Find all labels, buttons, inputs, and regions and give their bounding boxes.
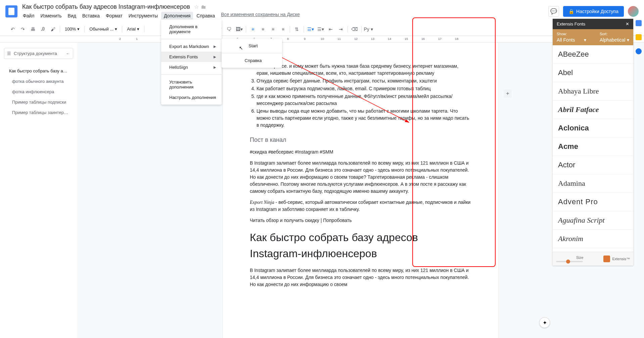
extensis-help-item[interactable]: Справка xyxy=(222,55,282,66)
font-item[interactable]: Abel xyxy=(553,64,633,82)
share-label: Настройки Доступа xyxy=(576,9,618,14)
font-item[interactable]: Abhaya Libre xyxy=(553,82,633,101)
image-button[interactable]: 🖼▾ xyxy=(234,24,244,34)
menu-insert[interactable]: Вставка xyxy=(80,12,102,20)
align-right-button[interactable]: ≡ xyxy=(268,24,278,34)
addons-in-doc-item[interactable]: Дополнения в документе xyxy=(161,21,222,37)
document-title[interactable]: Как быстро собрать базу адресов Instagra… xyxy=(20,3,192,11)
font-item[interactable]: Acme xyxy=(553,137,633,156)
outline-item[interactable]: Пример таблицы заинтересо... xyxy=(4,107,73,118)
outline-header[interactable]: ☰ Структура документа ← xyxy=(4,48,73,59)
share-button[interactable]: 🔒 Настройки Доступа xyxy=(563,6,624,17)
sort-filter-select[interactable]: Alphabetical▾ xyxy=(600,37,629,43)
size-slider[interactable] xyxy=(556,261,583,262)
menu-edit[interactable]: Изменить xyxy=(38,12,64,20)
docs-logo-icon[interactable] xyxy=(5,5,17,17)
configure-addons-item[interactable]: Настроить дополнения xyxy=(161,92,222,103)
tasks-icon[interactable] xyxy=(636,48,642,54)
menubar: Файл Изменить Вид Вставка Формат Инструм… xyxy=(20,12,548,20)
menu-help[interactable]: Справка xyxy=(194,12,218,20)
paragraph[interactable]: В Instagram залипает более миллиарда пол… xyxy=(250,267,471,288)
line-spacing-button[interactable]: ⇅ xyxy=(292,24,302,34)
addons-dropdown: Дополнения в документе Export as Markdow… xyxy=(161,19,222,105)
spellcheck-button[interactable]: Ꭿ xyxy=(38,24,48,34)
print-button[interactable]: 🖶 xyxy=(28,24,38,34)
align-center-button[interactable]: ≡ xyxy=(258,24,268,34)
extensis-brand-icon xyxy=(603,256,610,262)
input-tools-button[interactable]: Ру ▾ xyxy=(364,24,373,34)
page[interactable]: + ько о сервисе. и кому может быть нужна… xyxy=(223,43,498,338)
hellosign-item[interactable]: HelloSign▶ xyxy=(161,62,222,72)
menu-file[interactable]: Файл xyxy=(20,12,37,20)
bulleted-list-button[interactable]: ☰▾ xyxy=(316,24,325,34)
font-item[interactable]: Actor xyxy=(553,156,633,174)
list-item[interactable]: ько о сервисе. и кому может быть нужна т… xyxy=(257,63,471,77)
menu-view[interactable]: Вид xyxy=(65,12,79,20)
font-item[interactable]: Adamina xyxy=(553,174,633,193)
paragraph[interactable]: #скидка #вебсервис #Instagram #SMM xyxy=(250,149,471,156)
save-status[interactable]: Все изменения сохранены на Диске xyxy=(221,12,300,20)
extensis-start-item[interactable]: Start xyxy=(222,41,282,51)
calendar-icon[interactable] xyxy=(636,20,642,26)
paint-format-button[interactable]: 🖌 xyxy=(48,24,58,34)
sort-filter-label: Sort: xyxy=(600,32,629,36)
ruler[interactable]: 2 1 1 2 3 4 5 6 7 8 9 10 11 12 13 14 15 … xyxy=(0,36,644,43)
font-item[interactable]: Aclonica xyxy=(553,119,633,137)
list-item[interactable]: где и как можно применить полученные дан… xyxy=(257,93,471,107)
list-item[interactable]: Откуда сервис берет данные. Профиль инст… xyxy=(257,77,471,84)
style-select[interactable]: Обычный ... ▾ xyxy=(87,25,120,33)
numbered-list-button[interactable]: ☰▾ xyxy=(306,24,315,34)
keep-icon[interactable] xyxy=(636,34,642,40)
toolbar: ↶ ↷ 🖶 Ꭿ 🖌 100% ▾ Обычный ... ▾ Arial ▾ 🔗… xyxy=(0,22,644,36)
extensis-panel-title: Extensis Fonts xyxy=(557,21,585,26)
increase-indent-button[interactable]: ⇥ xyxy=(336,24,346,34)
extensis-panel: Extensis Fonts ✕ Show: All Fonts▾ Sort: … xyxy=(553,19,633,266)
menu-format[interactable]: Формат xyxy=(103,12,125,20)
show-filter-select[interactable]: All Fonts▾ xyxy=(557,37,586,43)
font-item[interactable]: Abril Fatface xyxy=(553,101,633,119)
add-comment-margin-button[interactable]: + xyxy=(504,90,512,98)
outline-sidebar: ☰ Структура документа ← Как быстро собра… xyxy=(0,43,77,338)
font-item[interactable]: Akronim xyxy=(553,230,633,248)
menu-tools[interactable]: Инструменты xyxy=(126,12,160,20)
zoom-select[interactable]: 100% ▾ xyxy=(62,25,82,33)
close-panel-icon[interactable]: ✕ xyxy=(626,21,629,26)
align-justify-button[interactable]: ≡ xyxy=(278,24,288,34)
font-select[interactable]: Arial ▾ xyxy=(124,25,142,33)
list-item[interactable]: Цены выводы сюда еще можно добавить, что… xyxy=(257,108,471,129)
explore-button[interactable]: ✦ xyxy=(539,317,550,328)
menu-addons[interactable]: Дополнения xyxy=(161,12,193,20)
user-avatar[interactable] xyxy=(628,6,639,17)
outline-item[interactable]: Как быстро собрать базу адрес... xyxy=(4,66,73,76)
font-item[interactable]: ABeeZee xyxy=(553,45,633,64)
extensis-brand[interactable]: Extensis™ xyxy=(603,256,630,262)
paragraph[interactable]: В Instagram залипает более миллиарда пол… xyxy=(250,160,471,195)
list-item[interactable]: Как работает выгрузка подписчиков, лайко… xyxy=(257,85,471,92)
show-filter-label: Show: xyxy=(557,32,586,36)
redo-button[interactable]: ↷ xyxy=(18,24,28,34)
outline-item[interactable]: фотка обычного аккаунта xyxy=(4,76,73,87)
extensis-fonts-item[interactable]: Extensis Fonts▶ xyxy=(161,52,222,62)
paragraph[interactable]: Читать обзор и получить скидку | Попробо… xyxy=(250,217,471,224)
paragraph[interactable]: Export Ninja - веб-сервис, который автом… xyxy=(250,199,471,213)
clear-format-button[interactable]: ⌫ xyxy=(350,24,359,34)
export-markdown-item[interactable]: Export as Markdown▶ xyxy=(161,41,222,52)
outline-item[interactable]: фотка инфлюенсера xyxy=(4,87,73,97)
outline-item[interactable]: Пример таблицы подписки xyxy=(4,97,73,107)
comment-button[interactable]: 🗨 xyxy=(224,24,234,34)
outline-icon: ☰ xyxy=(7,51,11,56)
comments-button[interactable]: 💬 xyxy=(548,6,559,17)
install-addons-item[interactable]: Установить дополнения xyxy=(161,77,222,92)
move-folder-icon[interactable]: 🖿 xyxy=(201,4,206,10)
heading-2[interactable]: Пост в канал xyxy=(250,135,471,145)
font-item[interactable]: Aladin xyxy=(553,248,633,252)
font-item[interactable]: Aguafina Script xyxy=(553,211,633,230)
font-list[interactable]: ABeeZee Abel Abhaya Libre Abril Fatface … xyxy=(553,45,633,252)
decrease-indent-button[interactable]: ⇤ xyxy=(326,24,335,34)
close-outline-icon[interactable]: ← xyxy=(66,51,70,56)
font-item[interactable]: Advent Pro xyxy=(553,193,633,211)
align-left-button[interactable]: ≡ xyxy=(248,24,258,34)
undo-button[interactable]: ↶ xyxy=(8,24,17,34)
heading-1[interactable]: Как быстро собрать базу адресов Instagra… xyxy=(250,229,471,262)
star-icon[interactable]: ☆ xyxy=(194,4,199,10)
